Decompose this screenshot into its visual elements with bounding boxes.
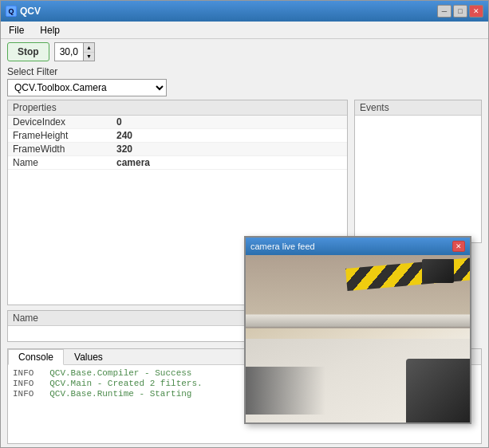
table-row: DeviceIndex 0 bbox=[8, 116, 347, 129]
prop-value-frameheight: 240 bbox=[116, 130, 132, 141]
close-button[interactable]: ✕ bbox=[469, 5, 483, 18]
camera-scene bbox=[246, 255, 470, 422]
log-message-1: QCV.Base.Compiler - Success bbox=[49, 368, 191, 378]
app-icon: Q bbox=[6, 6, 17, 17]
title-bar-buttons: ─ □ ✕ bbox=[437, 5, 483, 18]
menu-bar: File Help bbox=[1, 22, 488, 39]
table-row: FrameWidth 320 bbox=[8, 143, 347, 156]
camera-title-bar: camera live feed ✕ bbox=[246, 238, 470, 255]
table-row: FrameHeight 240 bbox=[8, 129, 347, 143]
fps-value: 30,0 bbox=[55, 43, 84, 61]
title-bar: Q QCV ─ □ ✕ bbox=[1, 1, 488, 22]
properties-title: Properties bbox=[8, 100, 347, 116]
main-window: Q QCV ─ □ ✕ File Help Stop 30,0 ▲ ▼ Sele… bbox=[0, 0, 489, 448]
filter-select[interactable]: QCV.Toolbox.Camera bbox=[7, 79, 167, 96]
prop-value-framewidth: 320 bbox=[116, 143, 132, 155]
camera-feed bbox=[246, 255, 470, 422]
select-filter-label: Select Filter bbox=[1, 65, 488, 79]
window-title: QCV bbox=[20, 6, 41, 17]
log-message-2: QCV.Main - Created 2 filters. bbox=[49, 379, 202, 388]
events-title: Events bbox=[355, 100, 481, 116]
prop-name-framewidth: FrameWidth bbox=[13, 143, 116, 155]
fps-decrement[interactable]: ▼ bbox=[84, 53, 94, 61]
prop-name-deviceindex: DeviceIndex bbox=[13, 116, 116, 128]
prop-name-frameheight: FrameHeight bbox=[13, 130, 116, 141]
prop-value-name: camera bbox=[116, 157, 150, 168]
fps-increment[interactable]: ▲ bbox=[84, 43, 94, 53]
scene-shelf-edge bbox=[246, 314, 470, 328]
properties-table: DeviceIndex 0 FrameHeight 240 FrameWidth… bbox=[8, 116, 347, 170]
title-bar-left: Q QCV bbox=[6, 6, 41, 17]
filter-row: QCV.Toolbox.Camera bbox=[1, 79, 488, 100]
camera-close-button[interactable]: ✕ bbox=[452, 241, 465, 252]
minimize-button[interactable]: ─ bbox=[437, 5, 452, 18]
log-level-3: INFO bbox=[13, 389, 45, 399]
tab-values[interactable]: Values bbox=[64, 349, 113, 365]
toolbar: Stop 30,0 ▲ ▼ bbox=[1, 39, 488, 65]
menu-file[interactable]: File bbox=[4, 23, 29, 37]
prop-value-deviceindex: 0 bbox=[116, 116, 122, 128]
log-level-2: INFO bbox=[13, 379, 45, 388]
log-message-3: QCV.Base.Runtime - Starting bbox=[49, 389, 191, 399]
stop-button[interactable]: Stop bbox=[7, 42, 49, 61]
scene-shadow bbox=[246, 367, 325, 415]
tab-console[interactable]: Console bbox=[8, 349, 64, 365]
camera-window-title: camera live feed bbox=[250, 242, 315, 251]
scene-black-box bbox=[422, 259, 454, 283]
scene-dark-area bbox=[406, 359, 470, 422]
prop-name-name: Name bbox=[13, 157, 116, 168]
fps-control: 30,0 ▲ ▼ bbox=[54, 42, 95, 61]
fps-arrows: ▲ ▼ bbox=[84, 43, 94, 61]
table-row: Name camera bbox=[8, 156, 347, 170]
camera-window: camera live feed ✕ bbox=[244, 236, 471, 424]
events-box: Events bbox=[354, 100, 482, 243]
menu-help[interactable]: Help bbox=[35, 23, 65, 37]
maximize-button[interactable]: □ bbox=[453, 5, 467, 18]
log-level-1: INFO bbox=[13, 368, 45, 378]
